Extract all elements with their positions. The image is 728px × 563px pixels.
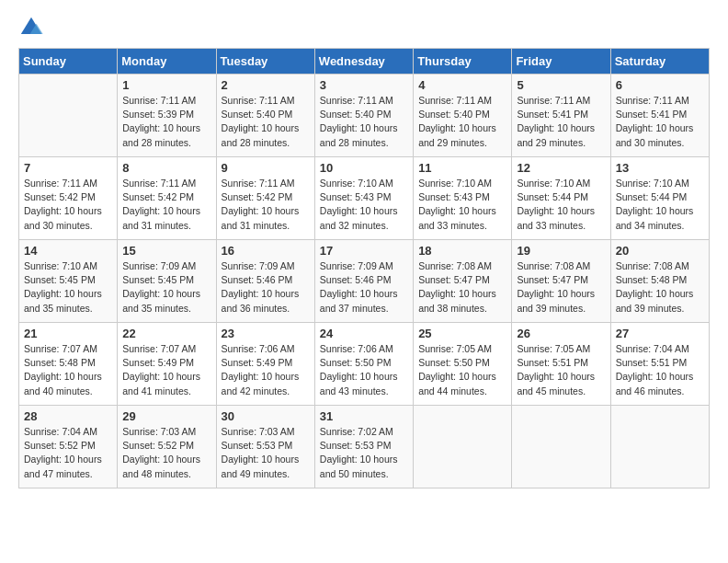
day-number: 8 [122, 161, 210, 175]
calendar-cell: 5Sunrise: 7:11 AM Sunset: 5:41 PM Daylig… [512, 75, 610, 157]
calendar-week-4: 21Sunrise: 7:07 AM Sunset: 5:48 PM Dayli… [19, 323, 710, 406]
calendar-cell: 2Sunrise: 7:11 AM Sunset: 5:40 PM Daylig… [216, 75, 314, 157]
calendar-cell: 27Sunrise: 7:04 AM Sunset: 5:51 PM Dayli… [610, 323, 709, 406]
day-info: Sunrise: 7:04 AM Sunset: 5:51 PM Dayligh… [616, 342, 704, 398]
calendar-cell: 11Sunrise: 7:10 AM Sunset: 5:43 PM Dayli… [414, 157, 512, 240]
day-info: Sunrise: 7:03 AM Sunset: 5:52 PM Dayligh… [122, 425, 210, 481]
calendar-week-1: 1Sunrise: 7:11 AM Sunset: 5:39 PM Daylig… [19, 75, 710, 157]
calendar-cell: 31Sunrise: 7:02 AM Sunset: 5:53 PM Dayli… [314, 406, 413, 488]
calendar-cell [512, 406, 610, 488]
day-number: 27 [616, 327, 704, 340]
day-info: Sunrise: 7:10 AM Sunset: 5:45 PM Dayligh… [24, 259, 112, 316]
day-number: 23 [222, 327, 310, 340]
day-number: 6 [616, 78, 704, 92]
header-row: SundayMondayTuesdayWednesdayThursdayFrid… [19, 49, 710, 75]
calendar-cell [19, 75, 118, 157]
day-info: Sunrise: 7:10 AM Sunset: 5:43 PM Dayligh… [418, 177, 506, 233]
day-info: Sunrise: 7:06 AM Sunset: 5:49 PM Dayligh… [222, 342, 310, 398]
day-number: 21 [24, 327, 112, 340]
day-number: 5 [517, 78, 605, 92]
calendar-cell: 7Sunrise: 7:11 AM Sunset: 5:42 PM Daylig… [19, 157, 118, 240]
calendar-cell: 13Sunrise: 7:10 AM Sunset: 5:44 PM Dayli… [610, 157, 709, 240]
day-number: 26 [517, 327, 605, 340]
day-number: 4 [418, 78, 506, 92]
calendar-cell: 21Sunrise: 7:07 AM Sunset: 5:48 PM Dayli… [19, 323, 118, 406]
calendar-cell: 20Sunrise: 7:08 AM Sunset: 5:48 PM Dayli… [610, 240, 709, 323]
calendar-cell: 10Sunrise: 7:10 AM Sunset: 5:43 PM Dayli… [314, 157, 413, 240]
header-day-wednesday: Wednesday [314, 49, 413, 75]
day-info: Sunrise: 7:08 AM Sunset: 5:47 PM Dayligh… [517, 259, 605, 316]
calendar-week-5: 28Sunrise: 7:04 AM Sunset: 5:52 PM Dayli… [19, 406, 710, 488]
day-number: 9 [222, 161, 310, 175]
calendar-header: SundayMondayTuesdayWednesdayThursdayFrid… [19, 49, 710, 75]
day-info: Sunrise: 7:11 AM Sunset: 5:40 PM Dayligh… [222, 94, 310, 150]
day-number: 14 [24, 244, 112, 258]
calendar-cell [610, 406, 709, 488]
day-info: Sunrise: 7:07 AM Sunset: 5:49 PM Dayligh… [122, 342, 210, 398]
day-number: 18 [418, 244, 506, 258]
calendar-cell: 18Sunrise: 7:08 AM Sunset: 5:47 PM Dayli… [414, 240, 512, 323]
day-info: Sunrise: 7:10 AM Sunset: 5:44 PM Dayligh… [517, 177, 605, 233]
calendar-cell: 24Sunrise: 7:06 AM Sunset: 5:50 PM Dayli… [314, 323, 413, 406]
day-info: Sunrise: 7:06 AM Sunset: 5:50 PM Dayligh… [320, 342, 408, 398]
header-day-tuesday: Tuesday [216, 49, 314, 75]
day-number: 30 [222, 409, 310, 423]
day-info: Sunrise: 7:11 AM Sunset: 5:42 PM Dayligh… [24, 177, 112, 233]
day-info: Sunrise: 7:04 AM Sunset: 5:52 PM Dayligh… [24, 425, 112, 481]
day-number: 19 [517, 244, 605, 258]
day-info: Sunrise: 7:09 AM Sunset: 5:45 PM Dayligh… [122, 259, 210, 316]
calendar-cell: 25Sunrise: 7:05 AM Sunset: 5:50 PM Dayli… [414, 323, 512, 406]
calendar-table: SundayMondayTuesdayWednesdayThursdayFrid… [18, 48, 710, 488]
calendar-cell: 22Sunrise: 7:07 AM Sunset: 5:49 PM Dayli… [118, 323, 216, 406]
day-info: Sunrise: 7:11 AM Sunset: 5:41 PM Dayligh… [517, 94, 605, 150]
calendar-cell: 4Sunrise: 7:11 AM Sunset: 5:40 PM Daylig… [414, 75, 512, 157]
day-info: Sunrise: 7:11 AM Sunset: 5:40 PM Dayligh… [418, 94, 506, 150]
day-info: Sunrise: 7:11 AM Sunset: 5:40 PM Dayligh… [320, 94, 408, 150]
calendar-cell: 28Sunrise: 7:04 AM Sunset: 5:52 PM Dayli… [19, 406, 118, 488]
header-day-thursday: Thursday [414, 49, 512, 75]
day-number: 16 [222, 244, 310, 258]
calendar-cell: 19Sunrise: 7:08 AM Sunset: 5:47 PM Dayli… [512, 240, 610, 323]
day-info: Sunrise: 7:11 AM Sunset: 5:42 PM Dayligh… [122, 177, 210, 233]
calendar-cell: 6Sunrise: 7:11 AM Sunset: 5:41 PM Daylig… [610, 75, 709, 157]
day-info: Sunrise: 7:08 AM Sunset: 5:48 PM Dayligh… [616, 259, 704, 316]
calendar-cell: 26Sunrise: 7:05 AM Sunset: 5:51 PM Dayli… [512, 323, 610, 406]
calendar-week-2: 7Sunrise: 7:11 AM Sunset: 5:42 PM Daylig… [19, 157, 710, 240]
day-number: 31 [320, 409, 408, 423]
calendar-cell: 12Sunrise: 7:10 AM Sunset: 5:44 PM Dayli… [512, 157, 610, 240]
day-info: Sunrise: 7:11 AM Sunset: 5:39 PM Dayligh… [122, 94, 210, 150]
day-info: Sunrise: 7:11 AM Sunset: 5:41 PM Dayligh… [616, 94, 704, 150]
logo-icon [18, 15, 44, 40]
day-info: Sunrise: 7:03 AM Sunset: 5:53 PM Dayligh… [222, 425, 310, 481]
day-info: Sunrise: 7:11 AM Sunset: 5:42 PM Dayligh… [222, 177, 310, 233]
day-info: Sunrise: 7:10 AM Sunset: 5:44 PM Dayligh… [616, 177, 704, 233]
day-number: 1 [122, 78, 210, 92]
day-number: 29 [122, 409, 210, 423]
calendar-cell [414, 406, 512, 488]
calendar-cell: 9Sunrise: 7:11 AM Sunset: 5:42 PM Daylig… [216, 157, 314, 240]
calendar-cell: 17Sunrise: 7:09 AM Sunset: 5:46 PM Dayli… [314, 240, 413, 323]
calendar-week-3: 14Sunrise: 7:10 AM Sunset: 5:45 PM Dayli… [19, 240, 710, 323]
day-number: 11 [418, 161, 506, 175]
day-info: Sunrise: 7:09 AM Sunset: 5:46 PM Dayligh… [222, 259, 310, 316]
day-info: Sunrise: 7:07 AM Sunset: 5:48 PM Dayligh… [24, 342, 112, 398]
header-day-friday: Friday [512, 49, 610, 75]
calendar-cell: 3Sunrise: 7:11 AM Sunset: 5:40 PM Daylig… [314, 75, 413, 157]
calendar-cell: 8Sunrise: 7:11 AM Sunset: 5:42 PM Daylig… [118, 157, 216, 240]
day-info: Sunrise: 7:08 AM Sunset: 5:47 PM Dayligh… [418, 259, 506, 316]
day-number: 13 [616, 161, 704, 175]
day-info: Sunrise: 7:05 AM Sunset: 5:50 PM Dayligh… [418, 342, 506, 398]
day-info: Sunrise: 7:05 AM Sunset: 5:51 PM Dayligh… [517, 342, 605, 398]
calendar-cell: 15Sunrise: 7:09 AM Sunset: 5:45 PM Dayli… [118, 240, 216, 323]
header-day-sunday: Sunday [19, 49, 118, 75]
day-number: 28 [24, 409, 112, 423]
page-header [18, 15, 710, 40]
day-number: 17 [320, 244, 408, 258]
day-number: 12 [517, 161, 605, 175]
day-number: 7 [24, 161, 112, 175]
calendar-cell: 1Sunrise: 7:11 AM Sunset: 5:39 PM Daylig… [118, 75, 216, 157]
day-info: Sunrise: 7:02 AM Sunset: 5:53 PM Dayligh… [320, 425, 408, 481]
calendar-cell: 14Sunrise: 7:10 AM Sunset: 5:45 PM Dayli… [19, 240, 118, 323]
day-number: 10 [320, 161, 408, 175]
day-number: 3 [320, 78, 408, 92]
